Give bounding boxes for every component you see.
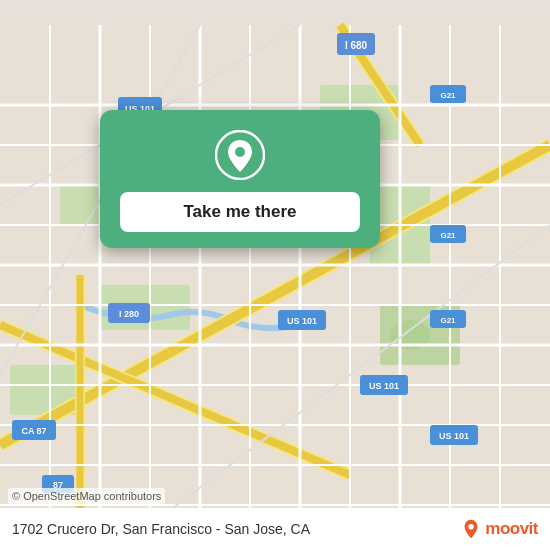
location-pin-icon	[215, 130, 265, 180]
svg-text:G21: G21	[440, 91, 456, 100]
svg-text:US 101: US 101	[287, 316, 317, 326]
svg-text:I 280: I 280	[119, 309, 139, 319]
svg-point-58	[469, 524, 475, 530]
address-text: 1702 Crucero Dr, San Francisco - San Jos…	[12, 521, 310, 537]
copyright-text: © OpenStreetMap contributors	[8, 488, 165, 504]
svg-text:US 101: US 101	[439, 431, 469, 441]
svg-text:G21: G21	[440, 316, 456, 325]
map-container: I 680 US 101 G21 G21 G21 G21 I 280 US 10…	[0, 0, 550, 550]
svg-text:G21: G21	[440, 231, 456, 240]
moovit-brand-text: moovit	[485, 519, 538, 539]
take-me-there-button[interactable]: Take me there	[120, 192, 360, 232]
svg-point-57	[235, 147, 245, 157]
location-popup: Take me there	[100, 110, 380, 248]
svg-text:CA 87: CA 87	[21, 426, 46, 436]
bottom-bar: 1702 Crucero Dr, San Francisco - San Jos…	[0, 508, 550, 550]
map-background: I 680 US 101 G21 G21 G21 G21 I 280 US 10…	[0, 0, 550, 550]
svg-text:US 101: US 101	[369, 381, 399, 391]
svg-text:I 680: I 680	[345, 40, 368, 51]
moovit-logo: moovit	[460, 518, 538, 540]
moovit-pin-icon	[460, 518, 482, 540]
